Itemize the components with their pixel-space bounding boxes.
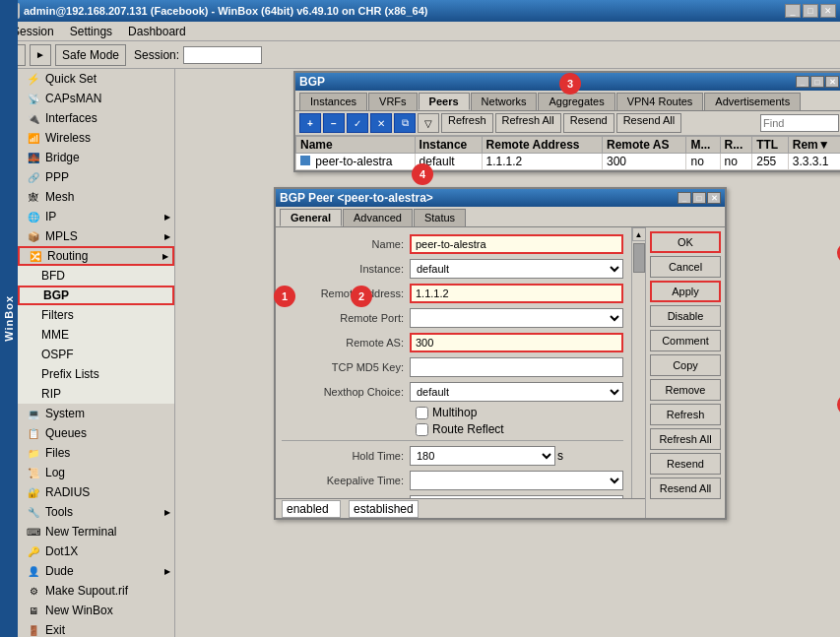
col-rem[interactable]: Rem▼ [788,137,840,154]
submenu-item-bgp[interactable]: BGP [18,286,174,305]
ip-arrow-icon: ▶ [164,213,170,222]
bgp-resend-all-button[interactable]: Resend All [616,113,682,133]
bgp-close-button[interactable]: ✕ [825,76,839,88]
keepalive-select[interactable] [410,471,623,490]
peer-close-button[interactable]: ✕ [707,192,721,204]
col-instance[interactable]: Instance [415,137,482,154]
sidebar-item-files[interactable]: Files [18,443,174,463]
sidebar-item-ip[interactable]: IP ▶ [18,207,174,226]
bgp-refresh-all-button[interactable]: Refresh All [495,113,561,133]
remote-port-select[interactable] [410,308,623,328]
sidebar-item-wireless[interactable]: Wireless [18,128,174,148]
refresh-all-button[interactable]: Refresh All [650,428,721,450]
safe-mode-button[interactable]: Safe Mode [55,44,126,66]
bgp-filter-button[interactable]: ▽ [418,113,439,133]
cancel-button[interactable]: Cancel [650,256,721,278]
tab-advanced[interactable]: Advanced [343,209,413,226]
sidebar-item-mpls[interactable]: MPLS ▶ [18,226,174,246]
bgp-resend-button[interactable]: Resend [563,113,614,133]
ok-button[interactable]: OK [650,231,721,253]
peer-minimize-button[interactable]: _ [678,192,691,204]
close-button[interactable]: ✕ [820,4,836,18]
tab-general[interactable]: General [280,209,342,226]
bgp-find-input[interactable] [760,114,839,132]
disable-button[interactable]: Disable [650,305,721,327]
resend-button[interactable]: Resend [650,453,721,475]
sidebar-item-mesh[interactable]: Mesh [18,187,174,207]
sidebar-item-exit[interactable]: Exit [18,620,174,637]
sidebar-item-ppp[interactable]: PPP [18,167,174,187]
table-row[interactable]: peer-to-alestra default 1.1.1.2 300 no n… [296,154,841,170]
bgp-add-button[interactable]: + [299,113,321,133]
remote-address-input[interactable] [410,284,623,303]
remove-button[interactable]: Remove [650,379,721,401]
menu-settings[interactable]: Settings [62,23,120,40]
submenu-item-filters[interactable]: Filters [18,305,174,325]
col-name[interactable]: Name [296,137,416,154]
sidebar-item-queues[interactable]: Queues [18,423,174,443]
bgp-minimize-button[interactable]: _ [796,76,809,88]
sidebar-item-new-terminal[interactable]: New Terminal [18,522,174,541]
sidebar-item-make-supout[interactable]: Make Supout.rif [18,581,174,601]
tab-instances[interactable]: Instances [299,93,367,110]
tcp-md5-input[interactable] [410,357,623,377]
apply-button[interactable]: Apply [650,281,721,302]
tab-vpn4-routes[interactable]: VPN4 Routes [616,93,704,110]
sidebar-item-routing[interactable]: Routing ▶ [18,246,174,266]
tab-status[interactable]: Status [414,209,466,226]
submenu-item-prefix-lists[interactable]: Prefix Lists [18,364,174,384]
sidebar-item-radius[interactable]: RADIUS [18,482,174,502]
name-input[interactable] [410,234,623,254]
col-remote-as[interactable]: Remote AS [602,137,685,154]
maximize-button[interactable]: □ [803,4,818,18]
tab-peers[interactable]: Peers [419,93,470,110]
copy-button[interactable]: Copy [650,354,721,376]
refresh-button[interactable]: Refresh [650,404,721,425]
sidebar-item-caps-man[interactable]: CAPsMAN [18,89,174,108]
hold-time-select[interactable]: 180 [410,446,555,466]
bgp-disable-button[interactable]: ✕ [370,113,392,133]
bgp-maximize-button[interactable]: □ [810,76,824,88]
minimize-button[interactable]: _ [785,4,801,18]
route-reflect-checkbox[interactable] [416,423,428,436]
sidebar-item-new-winbox[interactable]: New WinBox [18,601,174,620]
peer-tab-bar: General Advanced Status [276,207,725,227]
bgp-refresh-button[interactable]: Refresh [441,113,493,133]
bgp-copy-button[interactable]: ⧉ [394,113,416,133]
tab-advertisements[interactable]: Advertisements [704,93,801,110]
sidebar-item-interfaces[interactable]: Interfaces [18,108,174,128]
col-remote-address[interactable]: Remote Address [482,137,602,154]
instance-select[interactable]: default [410,259,623,279]
comment-button[interactable]: Comment [650,330,721,351]
scroll-thumb[interactable] [633,243,645,273]
submenu-item-ospf[interactable]: OSPF [18,345,174,364]
col-m[interactable]: M... [686,137,720,154]
tab-vrfs[interactable]: VRFs [368,93,418,110]
bgp-enable-button[interactable]: ✓ [347,113,368,133]
tab-aggregates[interactable]: Aggregates [538,93,614,110]
multihop-checkbox[interactable] [416,407,428,419]
scroll-up-button[interactable]: ▲ [632,227,646,241]
multihop-label: Multihop [432,406,477,419]
session-input[interactable] [183,46,262,64]
sidebar-item-log[interactable]: Log [18,463,174,482]
sidebar-item-bridge[interactable]: Bridge [18,148,174,167]
submenu-item-mme[interactable]: MME [18,325,174,345]
sidebar-item-dude[interactable]: Dude ▶ [18,561,174,581]
resend-all-button[interactable]: Resend All [650,478,721,499]
menu-dashboard[interactable]: Dashboard [120,23,194,40]
sidebar-item-dot1x[interactable]: Dot1X [18,541,174,561]
remote-as-input[interactable] [410,333,623,352]
submenu-item-bfd[interactable]: BFD [18,266,174,286]
col-ttl[interactable]: TTL [752,137,789,154]
sidebar-item-system[interactable]: System [18,404,174,423]
peer-maximize-button[interactable]: □ [692,192,706,204]
bgp-remove-button[interactable]: − [323,113,345,133]
col-r[interactable]: R... [720,137,752,154]
submenu-item-rip[interactable]: RIP [18,384,174,404]
sidebar-item-tools[interactable]: Tools ▶ [18,502,174,522]
tab-networks[interactable]: Networks [471,93,538,110]
sidebar-item-quick-set[interactable]: Quick Set [18,69,174,89]
nexthop-select[interactable]: default [410,382,623,402]
forward-button[interactable]: ► [30,44,51,66]
